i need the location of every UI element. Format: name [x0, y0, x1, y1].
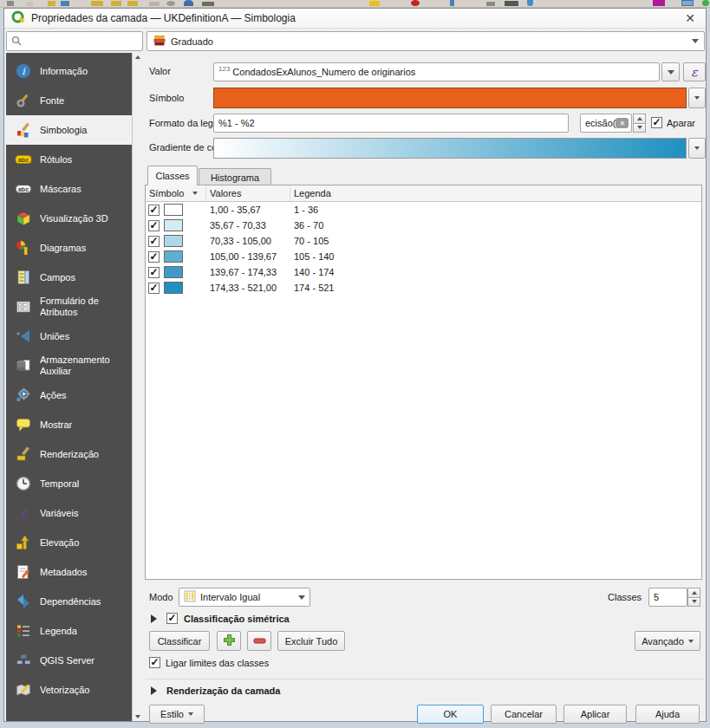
- class-legend[interactable]: 1 - 36: [290, 205, 701, 215]
- class-values[interactable]: 35,67 - 70,33: [206, 220, 290, 231]
- class-legend[interactable]: 70 - 105: [290, 236, 701, 246]
- sidebar-item-elevacao[interactable]: Elevação: [6, 528, 132, 557]
- expand-layer-rendering-icon[interactable]: [151, 686, 157, 695]
- symbol-preview[interactable]: [213, 88, 687, 108]
- sidebar-item-legenda[interactable]: Legenda: [6, 616, 132, 646]
- sidebar-item-formulario-de-atributos[interactable]: Formulário de Atributos: [6, 292, 132, 322]
- value-dropdown-button[interactable]: [661, 62, 680, 81]
- scroll-down-icon[interactable]: [135, 715, 140, 718]
- ok-button[interactable]: OK: [417, 705, 484, 724]
- class-color-swatch[interactable]: [164, 282, 183, 294]
- class-legend[interactable]: 140 - 174: [290, 267, 701, 277]
- sidebar-item-mostrar[interactable]: Mostrar: [6, 410, 132, 439]
- table-row[interactable]: 1,00 - 35,67 1 - 36: [146, 202, 701, 218]
- sidebar-item-qgis-server[interactable]: QGIS Server: [6, 646, 132, 675]
- expand-symmetric-icon[interactable]: [151, 614, 157, 623]
- expression-builder-button[interactable]: ε: [683, 62, 706, 81]
- class-visibility-checkbox[interactable]: [148, 267, 160, 278]
- classes-table-header[interactable]: Símbolo Valores Legenda: [146, 185, 701, 202]
- class-values[interactable]: 105,00 - 139,67: [206, 251, 290, 262]
- sidebar-item-visualizacao-3d[interactable]: Visualização 3D: [6, 204, 132, 233]
- advanced-button[interactable]: Avançado: [635, 631, 700, 651]
- table-row[interactable]: 35,67 - 70,33 36 - 70: [146, 218, 701, 233]
- precision-spinner[interactable]: [633, 114, 646, 133]
- class-values[interactable]: 139,67 - 174,33: [206, 267, 290, 277]
- class-legend[interactable]: 36 - 70: [290, 220, 701, 231]
- delete-all-button[interactable]: Excluir Tudo: [277, 631, 345, 651]
- sidebar-item-diagramas[interactable]: Diagramas: [6, 233, 132, 263]
- dialog-titlebar[interactable]: Propriedades da camada — UKDefinitionA —…: [4, 9, 706, 29]
- sidebar-item-temporal[interactable]: Temporal: [6, 469, 132, 498]
- add-class-button[interactable]: [217, 631, 241, 651]
- class-color-swatch[interactable]: [164, 250, 183, 263]
- class-visibility-checkbox[interactable]: [148, 283, 160, 294]
- sidebar-item-fonte[interactable]: Fonte: [6, 86, 132, 115]
- table-row[interactable]: 139,67 - 174,33 140 - 174: [146, 264, 701, 280]
- sidebar-item-campos[interactable]: Campos: [6, 263, 132, 292]
- spin-up-icon[interactable]: [633, 114, 646, 123]
- precision-spinbox[interactable]: ecisão( ✕: [580, 114, 632, 133]
- color-ramp-dropdown-button[interactable]: [688, 138, 706, 159]
- sidebar-item-metadados[interactable]: Metadados: [6, 557, 132, 587]
- tab-histograma[interactable]: Histograma: [199, 168, 271, 185]
- class-visibility-checkbox[interactable]: [148, 251, 160, 263]
- trim-checkbox[interactable]: [651, 117, 662, 128]
- classes-count-spinner[interactable]: [687, 588, 700, 607]
- class-legend[interactable]: 105 - 140: [290, 251, 701, 262]
- remove-class-button[interactable]: [247, 631, 271, 651]
- table-row[interactable]: 174,33 - 521,00 174 - 521: [146, 280, 701, 296]
- spin-down-icon[interactable]: [687, 597, 700, 608]
- sidebar-item-variaveis[interactable]: ε Variáveis: [6, 498, 132, 528]
- column-header-legenda[interactable]: Legenda: [290, 185, 701, 201]
- renderer-type-select[interactable]: Graduado: [147, 31, 705, 51]
- class-values[interactable]: 70,33 - 105,00: [206, 236, 290, 246]
- spin-up-icon[interactable]: [687, 588, 700, 597]
- sidebar-item-acoes[interactable]: Ações: [6, 380, 132, 410]
- sidebar-item-informacao[interactable]: i Informação: [6, 56, 132, 86]
- sidebar-item-simbologia[interactable]: Simbologia: [6, 115, 132, 145]
- apply-button[interactable]: Aplicar: [563, 705, 627, 724]
- mode-select[interactable]: Intervalo Igual: [179, 588, 310, 607]
- sidebar-item-armazenamento-auxiliar[interactable]: Armazenamento Auxiliar: [6, 351, 132, 380]
- class-color-swatch[interactable]: [164, 266, 183, 278]
- class-color-swatch[interactable]: [164, 204, 183, 216]
- classes-count-input[interactable]: 5: [648, 588, 687, 607]
- symbol-dropdown-button[interactable]: [688, 88, 706, 108]
- style-button[interactable]: Estilo: [149, 705, 205, 724]
- tab-classes[interactable]: Classes: [147, 166, 198, 185]
- sidebar-item-dependencias[interactable]: Dependências: [6, 587, 132, 616]
- class-visibility-checkbox[interactable]: [148, 220, 160, 231]
- sidebar-item-renderizacao[interactable]: Renderização: [6, 439, 132, 469]
- help-button[interactable]: Ajuda: [635, 705, 700, 724]
- sidebar-item-mascaras[interactable]: abc Máscaras: [6, 174, 132, 204]
- class-visibility-checkbox[interactable]: [148, 236, 160, 247]
- sidebar-item-rotulos[interactable]: abc Rótulos: [6, 145, 132, 174]
- cancel-button[interactable]: Cancelar: [491, 705, 557, 724]
- value-field-select[interactable]: 123 CondadosExAlunos_Numero de originari…: [213, 62, 660, 81]
- class-values[interactable]: 174,33 - 521,00: [206, 283, 290, 293]
- class-color-swatch[interactable]: [164, 235, 183, 247]
- class-values[interactable]: 1,00 - 35,67: [206, 205, 290, 215]
- clear-icon[interactable]: ✕: [616, 118, 629, 128]
- class-legend[interactable]: 174 - 521: [290, 283, 701, 293]
- sidebar-item-vetorizacao[interactable]: Vetorização: [6, 675, 132, 705]
- symmetric-checkbox[interactable]: [166, 613, 178, 624]
- class-visibility-checkbox[interactable]: [148, 205, 160, 216]
- sidebar-item-unioes[interactable]: Uniões: [6, 322, 132, 351]
- scroll-up-icon[interactable]: [135, 55, 140, 59]
- legend-format-input[interactable]: %1 - %2: [213, 114, 569, 133]
- search-input[interactable]: [6, 31, 143, 51]
- classify-button[interactable]: Classificar: [149, 631, 210, 651]
- column-header-simbolo[interactable]: Símbolo: [146, 185, 206, 201]
- wrench-icon: [15, 92, 32, 109]
- sidebar-scrollbar[interactable]: [132, 53, 143, 721]
- table-row[interactable]: 105,00 - 139,67 105 - 140: [146, 249, 701, 264]
- color-ramp-bar[interactable]: [213, 138, 687, 159]
- link-boundaries-checkbox[interactable]: [149, 657, 160, 668]
- table-row[interactable]: 70,33 - 105,00 70 - 105: [146, 233, 701, 249]
- classes-table[interactable]: Símbolo Valores Legenda 1,00 - 35,67 1 -…: [145, 185, 702, 580]
- column-header-valores[interactable]: Valores: [206, 185, 290, 201]
- close-icon[interactable]: ✕: [681, 11, 699, 25]
- class-color-swatch[interactable]: [164, 219, 183, 231]
- spin-down-icon[interactable]: [633, 123, 646, 133]
